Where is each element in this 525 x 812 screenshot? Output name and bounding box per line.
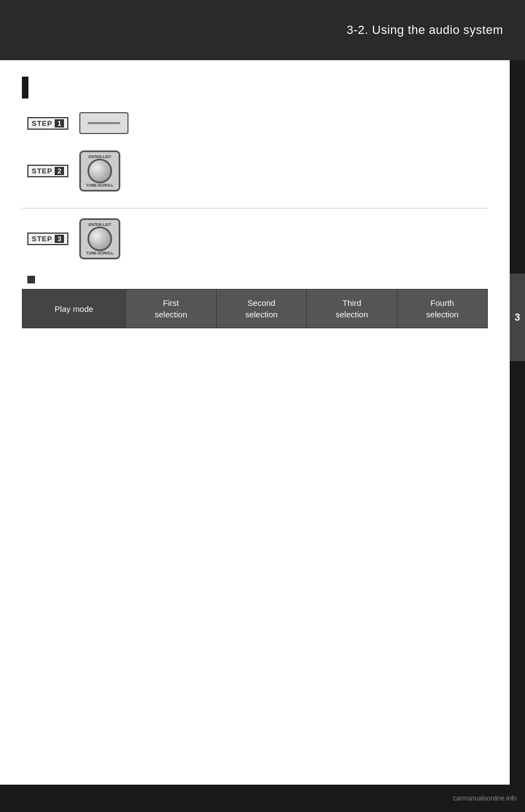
right-side-tab: 3: [510, 274, 525, 361]
step-1-num: 1: [55, 119, 64, 127]
step-2-badge: STEP 2: [27, 165, 68, 177]
knob-top-label: ENTER-LIST: [89, 155, 111, 159]
step-2-label: STEP: [32, 167, 52, 175]
knob-inner-step3: [88, 227, 112, 251]
table-header-fourth: Fourthselection: [397, 289, 487, 328]
knob-bottom-label: TUNE-SCROLL: [86, 183, 114, 187]
step-1-row: STEP 1: [27, 112, 488, 134]
knob-icon-step2: ENTER-LIST TUNE-SCROLL: [79, 150, 120, 192]
bullet-square: [27, 276, 35, 283]
step-2-block: STEP 2 ENTER-LIST TUNE-SCROLL: [22, 150, 488, 192]
knob-icon-step3: ENTER-LIST TUNE-SCROLL: [79, 218, 120, 259]
play-mode-table: Play mode Firstselection Secondselection…: [22, 289, 488, 328]
step-2-row: STEP 2 ENTER-LIST TUNE-SCROLL: [27, 150, 488, 192]
header-bar: 3-2. Using the audio system: [0, 0, 525, 60]
step-3-num: 3: [55, 235, 64, 243]
footer-url: carmanualsonline.info: [453, 794, 517, 802]
bullet-row: [27, 276, 488, 283]
knob-bottom-label-2: TUNE-SCROLL: [86, 251, 114, 255]
step-3-badge: STEP 3: [27, 233, 68, 245]
step-2-num: 2: [55, 167, 64, 175]
header-title: 3-2. Using the audio system: [347, 23, 503, 37]
section-header-bar: [22, 77, 28, 98]
footer-bar: carmanualsonline.info: [0, 785, 525, 812]
tab-number: 3: [515, 312, 520, 323]
step-1-badge: STEP 1: [27, 117, 68, 130]
knob-top-label-2: ENTER-LIST: [89, 223, 111, 227]
step-3-row: STEP 3 ENTER-LIST TUNE-SCROLL: [27, 218, 488, 259]
cd-slot-icon: [79, 112, 129, 134]
table-header-first: Firstselection: [126, 289, 216, 328]
step-3-label: STEP: [32, 235, 52, 243]
section-title-row: [22, 77, 488, 98]
divider-1: [22, 208, 488, 208]
step-1-label: STEP: [32, 119, 52, 127]
table-header-second: Secondselection: [216, 289, 306, 328]
main-content: STEP 1 STEP 2 ENTER-LIST TUNE-SCROLL: [0, 60, 510, 785]
knob-inner-step2: [88, 159, 112, 183]
table-header-play-mode: Play mode: [22, 289, 126, 328]
step-3-block: STEP 3 ENTER-LIST TUNE-SCROLL: [22, 218, 488, 259]
step-1-block: STEP 1: [22, 112, 488, 134]
table-header-third: Thirdselection: [307, 289, 397, 328]
